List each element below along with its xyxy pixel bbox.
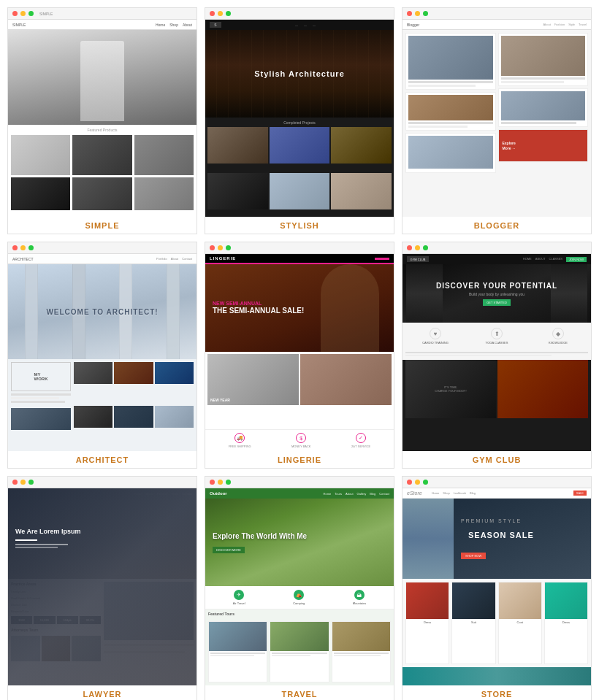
blogger-card-4 bbox=[498, 33, 589, 86]
travel-feat-3: 🏔 Mountains bbox=[353, 590, 366, 605]
dot-yellow-2 bbox=[218, 11, 223, 16]
travel-card-3 bbox=[332, 621, 391, 682]
arch-sidebar-img bbox=[11, 408, 71, 430]
theme-card-blogger[interactable]: Blogger AboutFashionStyleTravel bbox=[402, 7, 592, 234]
lawyer-hero-content: We Are Lorem Ipsum bbox=[15, 528, 81, 550]
knowledge-icon: ◆ bbox=[552, 328, 564, 339]
simple-product-6 bbox=[134, 177, 194, 210]
dot-green-4 bbox=[28, 245, 34, 250]
gym-body-line2 bbox=[405, 355, 552, 356]
travel-card-line5 bbox=[334, 653, 389, 654]
service-icon: ✓ bbox=[356, 433, 366, 443]
travel-card-2 bbox=[270, 621, 329, 682]
stylish-hero-title: Stylish Architecture bbox=[254, 69, 345, 78]
store-hero-sub: PREMIUM STYLE bbox=[461, 518, 541, 523]
stylish-gitem-6 bbox=[331, 173, 392, 209]
store-products: Dress Suit Coat Dress bbox=[402, 579, 591, 667]
store-sale-btn[interactable]: SALE bbox=[573, 491, 587, 496]
theme-card-lingerie[interactable]: LINGERIE NEW SEMI-ANNUAL THE SEMI-ANNUAL… bbox=[205, 242, 394, 469]
blogger-nav: Blogger AboutFashionStyleTravel bbox=[402, 20, 591, 30]
blogger-col-2: ExploreMore → bbox=[498, 33, 589, 214]
simple-products: Featured Products bbox=[8, 125, 197, 217]
theme-label-stylish: STYLISH bbox=[280, 217, 318, 234]
dot-green-7 bbox=[28, 480, 34, 485]
arch-gitem-4 bbox=[74, 406, 112, 428]
dot-red-3 bbox=[407, 11, 412, 16]
theme-card-travel[interactable]: Outdoor HomeToursAboutGalleryBlogContact… bbox=[205, 476, 394, 700]
theme-card-gym[interactable]: GYM CLUB HOMEABOUTCLASSES JOIN NOW DISCO… bbox=[402, 242, 592, 469]
theme-label-architect: ARCHITECT bbox=[76, 451, 129, 468]
theme-label-gym: GYM CLUB bbox=[473, 451, 522, 468]
dot-green-8 bbox=[226, 480, 231, 485]
card-window-stylish: S — — — Stylish Architecture bbox=[205, 8, 394, 217]
card-preview-store: eStore HomeShopLookbookBlog SALE PREMIUM… bbox=[402, 488, 591, 685]
theme-card-simple[interactable]: SIMPLE SIMPLE HomeShopAbout Featured Pro… bbox=[7, 7, 197, 234]
store-nav: eStore HomeShopLookbookBlog SALE bbox=[402, 488, 591, 499]
ling-service: ✓ 24/7 SERVICE bbox=[351, 433, 370, 448]
theme-grid: SIMPLE SIMPLE HomeShopAbout Featured Pro… bbox=[0, 0, 599, 700]
card-window-gym: GYM CLUB HOMEABOUTCLASSES JOIN NOW DISCO… bbox=[402, 242, 591, 451]
theme-card-lawyer[interactable]: LAW HomeAboutPracticeTeamContact We Are … bbox=[7, 476, 197, 700]
architect-sidebar-text bbox=[11, 393, 71, 406]
blogger-text-2 bbox=[408, 85, 476, 87]
store-product-label-1: Dress bbox=[406, 619, 449, 626]
gym-promo-dark: IT'S TIME,CHARGE YOUR BODY! bbox=[405, 360, 496, 418]
dot-green-5 bbox=[226, 245, 231, 250]
lawyer-hero-line1 bbox=[15, 544, 68, 545]
architect-gallery bbox=[74, 362, 194, 448]
simple-product-grid bbox=[11, 135, 194, 175]
gym-hero-title: DISCOVER YOUR POTENTIAL bbox=[436, 282, 557, 290]
blogger-img-1 bbox=[408, 36, 493, 80]
store-shop-btn[interactable]: SHOP NOW bbox=[461, 553, 486, 559]
service-label: 24/7 SERVICE bbox=[351, 445, 370, 448]
blogger-red-text: ExploreMore → bbox=[503, 141, 516, 151]
gym-promo-athlete bbox=[497, 360, 588, 418]
simple-product-2 bbox=[72, 135, 131, 175]
travel-card-line6 bbox=[334, 655, 381, 656]
window-bar-stylish bbox=[205, 8, 394, 20]
lingerie-logo: LINGERIE bbox=[210, 256, 236, 261]
stylish-gitem-1 bbox=[207, 127, 268, 164]
card-preview-lawyer: LAW HomeAboutPracticeTeamContact We Are … bbox=[8, 488, 197, 685]
theme-label-lingerie: LINGERIE bbox=[278, 451, 321, 468]
theme-card-store[interactable]: eStore HomeShopLookbookBlog SALE PREMIUM… bbox=[402, 476, 592, 700]
simple-product-4 bbox=[11, 177, 70, 210]
arch-gitem-1 bbox=[74, 362, 112, 384]
arch-text-1 bbox=[11, 393, 71, 396]
store-product-img-2 bbox=[452, 582, 495, 619]
architect-body: MYWORK bbox=[8, 359, 197, 451]
blogger-img-2 bbox=[408, 95, 493, 120]
blogger-col-1 bbox=[405, 33, 496, 214]
stylish-logo: S bbox=[210, 22, 221, 28]
blogger-text-4 bbox=[408, 126, 468, 128]
travel-cta-btn[interactable]: DISCOVER MORE bbox=[213, 547, 245, 553]
theme-card-architect[interactable]: ARCHITECT PortfolioAboutContact WELCOME … bbox=[7, 242, 197, 469]
store-product-img-1 bbox=[406, 582, 449, 619]
architect-sidebar: MYWORK bbox=[11, 362, 71, 448]
travel-card-line3 bbox=[272, 653, 327, 654]
blogger-card-6: ExploreMore → bbox=[498, 129, 589, 162]
cardio-label: CARDIO TRAINING bbox=[422, 341, 449, 345]
blogger-card-1 bbox=[405, 33, 496, 90]
card-preview-gym: GYM CLUB HOMEABOUTCLASSES JOIN NOW DISCO… bbox=[402, 254, 591, 451]
my-work-box: MYWORK bbox=[11, 362, 71, 391]
gym-cta-buttons: GET STARTED bbox=[436, 299, 557, 306]
travel-nav: Outdoor HomeToursAboutGalleryBlogContact bbox=[205, 488, 394, 499]
gym-join-btn[interactable]: JOIN NOW bbox=[566, 257, 587, 262]
simple-product-3 bbox=[134, 135, 194, 175]
window-bar-simple: SIMPLE bbox=[8, 8, 197, 20]
card-window-architect: ARCHITECT PortfolioAboutContact WELCOME … bbox=[8, 242, 197, 451]
stylish-gallery bbox=[205, 127, 394, 217]
architect-nav: ARCHITECT PortfolioAboutContact bbox=[8, 254, 197, 264]
travel-card-body-2 bbox=[270, 651, 328, 658]
theme-card-stylish[interactable]: S — — — Stylish Architecture bbox=[205, 7, 394, 234]
travel-card-line2 bbox=[210, 655, 254, 656]
theme-label-lawyer: LAWYER bbox=[83, 685, 121, 700]
gym-start-btn[interactable]: GET STARTED bbox=[483, 299, 511, 306]
card-preview-architect: ARCHITECT PortfolioAboutContact WELCOME … bbox=[8, 254, 197, 451]
store-bottom-banner bbox=[402, 667, 591, 685]
travel-feat-2: ⛺ Camping bbox=[293, 590, 305, 605]
shipping-icon: 🚚 bbox=[234, 433, 245, 443]
store-product-1: Dress bbox=[405, 582, 449, 664]
gym-body-line1 bbox=[405, 352, 588, 353]
